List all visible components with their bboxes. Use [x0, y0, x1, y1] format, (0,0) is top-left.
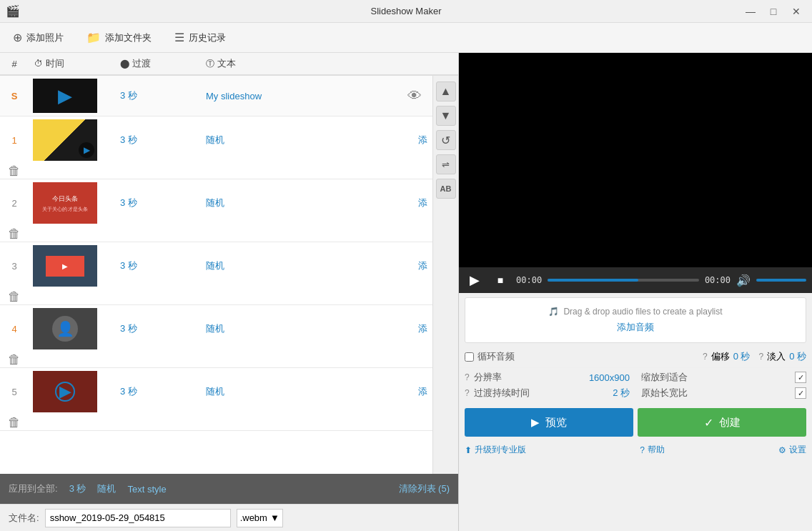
preview-button[interactable]: ▶ 预览: [465, 408, 633, 437]
close-button[interactable]: ✕: [786, 4, 806, 19]
slide-thumb[interactable]: ▶: [29, 368, 114, 415]
options-row: ? 分辨率 1600x900 缩放到适合 ✓ ? 过渡持续时间 2 秒 原始长宽…: [459, 367, 812, 402]
slide-actions: 🗑: [0, 164, 29, 179]
transition-dur-help-icon: ?: [465, 388, 470, 398]
eye-icon[interactable]: 👁: [407, 88, 422, 104]
add-folder-icon: 📁: [86, 31, 101, 44]
delete-button[interactable]: 🗑: [8, 227, 21, 242]
apply-transition[interactable]: 随机: [97, 482, 116, 495]
progress-bar[interactable]: [548, 279, 699, 282]
add-photo-icon: ⊕: [13, 31, 22, 44]
transition-dur-value[interactable]: 2 秒: [613, 387, 630, 400]
transition-dur-option: ? 过渡持续时间 2 秒: [465, 387, 630, 400]
extension-selector[interactable]: .webm ▼: [237, 509, 283, 527]
resolution-value[interactable]: 1600x900: [589, 372, 630, 383]
slide-text[interactable]: 添: [397, 197, 432, 209]
slide-time[interactable]: 3 秒: [114, 322, 200, 335]
fadein-value[interactable]: 0 秒: [789, 350, 806, 363]
apply-time[interactable]: 3 秒: [69, 482, 86, 495]
aspect-label: 原始长宽比: [641, 387, 791, 400]
shuffle-button[interactable]: ⇌: [436, 154, 456, 174]
slide-actions: 👁: [397, 88, 432, 104]
slide-actions: 🗑: [0, 227, 29, 242]
slide-transition[interactable]: 随机: [200, 197, 397, 209]
slide-thumb[interactable]: ▶: [29, 76, 114, 116]
col-transition: ⬤ 过渡: [114, 57, 200, 70]
time-total: 00:00: [705, 275, 731, 285]
slide-transition[interactable]: 随机: [200, 385, 397, 398]
video-preview: [459, 53, 812, 267]
slide-transition[interactable]: 随机: [200, 134, 397, 147]
move-down-button[interactable]: ▼: [436, 106, 456, 126]
slide-text[interactable]: 添: [397, 322, 432, 335]
slide-num: 2: [0, 198, 29, 209]
slide-time[interactable]: 3 秒: [114, 385, 200, 398]
filename-input[interactable]: [45, 509, 231, 527]
delete-button[interactable]: 🗑: [8, 352, 21, 367]
add-photo-button[interactable]: ⊕ 添加照片: [9, 28, 68, 47]
col-actions: [422, 57, 458, 70]
slide-thumb[interactable]: 👤: [29, 305, 114, 352]
move-up-button[interactable]: ▲: [436, 81, 456, 101]
add-folder-button[interactable]: 📁 添加文件夹: [82, 28, 156, 47]
slide-thumb[interactable]: ▶: [29, 242, 114, 289]
ab-button[interactable]: AB: [436, 179, 456, 199]
delete-button[interactable]: 🗑: [8, 289, 21, 304]
slide-text[interactable]: 添: [397, 134, 432, 147]
slide-list-wrapper: S ▶ 3 秒 My slideshow: [0, 76, 458, 474]
apply-text-style[interactable]: Text style: [127, 484, 166, 495]
stop-button[interactable]: ■: [490, 270, 510, 290]
minimize-button[interactable]: —: [741, 4, 761, 19]
clear-list-button[interactable]: 清除列表 (5): [399, 482, 450, 495]
footer-row: ⬆ 升级到专业版 ? 帮助 ⚙ 设置: [459, 441, 812, 460]
resolution-label: 分辨率: [474, 371, 585, 384]
loop-audio-checkbox[interactable]: [465, 352, 474, 362]
audio-drag-icon: 🎵: [548, 307, 559, 317]
transition-dur-label: 过渡持续时间: [474, 387, 608, 400]
col-text: Ⓣ 文本: [200, 57, 422, 70]
slide-time[interactable]: 3 秒: [114, 134, 200, 147]
slide-thumb[interactable]: ▶: [29, 116, 114, 164]
settings-link[interactable]: ⚙ 设置: [778, 444, 806, 456]
slide-transition[interactable]: 随机: [200, 322, 397, 335]
rotate-button[interactable]: ↺: [436, 130, 456, 150]
slide-row: S ▶ 3 秒 My slideshow: [0, 76, 432, 116]
slide-time[interactable]: 3 秒: [114, 259, 200, 272]
maximize-button[interactable]: □: [763, 4, 783, 19]
history-button[interactable]: ☰ 历史记录: [170, 28, 230, 47]
volume-button[interactable]: 🔊: [736, 274, 751, 287]
upgrade-icon: ⬆: [465, 445, 472, 455]
slide-list: S ▶ 3 秒 My slideshow: [0, 76, 432, 474]
fit-checkbox[interactable]: ✓: [795, 372, 806, 383]
slide-time[interactable]: 3 秒: [114, 197, 200, 209]
slide-transition[interactable]: 随机: [200, 259, 397, 272]
delete-button[interactable]: 🗑: [8, 415, 21, 430]
fadein-group: ? 淡入 0 秒: [758, 350, 806, 363]
filename-bar: 文件名: .webm ▼: [0, 504, 458, 531]
play-button[interactable]: ▶: [465, 270, 485, 290]
delete-button[interactable]: 🗑: [8, 164, 21, 179]
upgrade-link[interactable]: ⬆ 升级到专业版: [465, 444, 526, 456]
volume-bar[interactable]: [756, 279, 806, 282]
add-photo-label: 添加照片: [26, 31, 64, 44]
aspect-checkbox[interactable]: ✓: [795, 387, 806, 399]
slide-row: 1 ▶ 3 秒 随机 添 🗑: [0, 116, 432, 179]
help-icon: ?: [640, 445, 645, 455]
fadein-label: 淡入: [767, 350, 786, 363]
slide-text[interactable]: 添: [397, 259, 432, 272]
main-content: # ⏱ 时间 ⬤ 过渡 Ⓣ 文本 S: [0, 53, 812, 531]
slide-thumb[interactable]: 今日头条 关于关心的 才是头条: [29, 179, 114, 227]
slide-actions: 🗑: [0, 352, 29, 367]
slide-num: 1: [0, 135, 29, 146]
create-button[interactable]: ✓ 创建: [638, 408, 806, 437]
slide-text[interactable]: 添: [397, 385, 432, 398]
slide-text[interactable]: My slideshow: [200, 91, 397, 101]
add-audio-link[interactable]: 添加音频: [617, 322, 654, 332]
help-link[interactable]: ? 帮助: [640, 444, 665, 456]
slide-row: 3 ▶ 3 秒 随机 添 🗑: [0, 242, 432, 305]
slide-row: 5 ▶ 3 秒 随机 添 🗑: [0, 368, 432, 431]
offset-value[interactable]: 0 秒: [733, 350, 751, 363]
apply-label: 应用到全部:: [9, 482, 58, 495]
slide-time[interactable]: 3 秒: [114, 89, 200, 102]
add-folder-label: 添加文件夹: [105, 31, 152, 44]
